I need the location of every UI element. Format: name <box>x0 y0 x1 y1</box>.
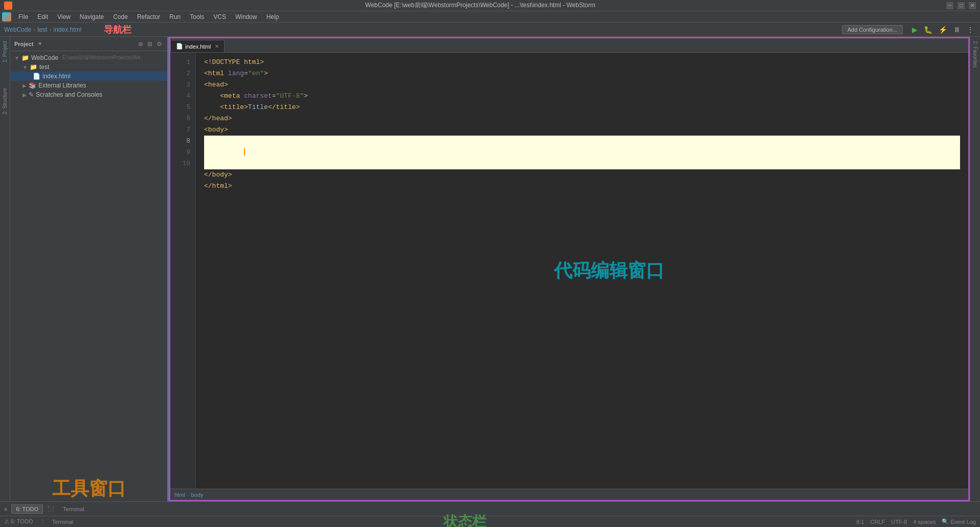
project-dropdown-icon[interactable]: ▼ <box>37 41 42 47</box>
breadcrumb-arrow: › <box>187 492 189 498</box>
status-separator-1 <box>42 518 43 525</box>
menu-run[interactable]: Run <box>165 12 185 21</box>
editor-tab-index-html[interactable]: 📄 index.html ✕ <box>170 40 225 52</box>
sidebar-item-project[interactable]: 1: Project <box>1 39 9 64</box>
line-num-5: 5 <box>170 102 195 113</box>
bottom-tab-todo[interactable]: 6: TODO <box>11 504 43 514</box>
code-tag-head-close: > <box>224 79 228 91</box>
code-tag-body-open: < <box>204 124 208 136</box>
breadcrumb-sep-2: › <box>50 26 52 33</box>
code-eq-4: = <box>272 91 276 102</box>
title-bar-controls[interactable]: ─ □ ✕ <box>946 2 976 9</box>
breadcrumb-html[interactable]: html <box>174 492 185 498</box>
line-num-4: 4 <box>170 91 195 102</box>
status-item-todo[interactable]: ⚠ 6: TODO <box>4 518 33 525</box>
left-strip: 1: Project 2: Structure <box>0 37 10 501</box>
menu-view[interactable]: View <box>53 12 75 21</box>
code-tag-htmlclose-open: </ <box>204 181 212 192</box>
code-tagname-head: head <box>208 79 224 91</box>
status-indent-value: 4 spaces <box>913 519 936 525</box>
nav-bar-annotation: 导航栏 <box>104 24 131 36</box>
code-tagname-htmlclose: html <box>212 181 228 192</box>
code-tagname-title-close: title <box>276 102 296 113</box>
tree-arrow-ext-lib: ▶ <box>23 83 27 89</box>
library-icon: 📚 <box>29 82 36 89</box>
tree-item-webcode-root[interactable]: ▼ 📁 WebCode E:\web前端\WebstormProjects\We <box>10 53 167 62</box>
menu-refactor[interactable]: Refactor <box>133 12 164 21</box>
code-line-8[interactable] <box>204 136 960 169</box>
status-encoding[interactable]: UTF-8 <box>891 518 907 525</box>
code-tag-bodyclose-open: </ <box>204 169 212 181</box>
menu-window[interactable]: Window <box>231 12 261 21</box>
tree-label-test: test <box>39 63 49 71</box>
nav-bar: WebCode › test › index.html 导航栏 Add Conf… <box>0 23 980 37</box>
profile-button[interactable]: ⏸ <box>951 25 963 35</box>
tree-item-scratches[interactable]: ▶ ✎ Scratches and Consoles <box>10 90 167 99</box>
breadcrumb-index[interactable]: index.html <box>54 26 82 33</box>
html-file-icon: 📄 <box>33 73 40 80</box>
add-configuration-button[interactable]: Add Configuration... <box>842 25 903 34</box>
more-run-button[interactable]: ⋮ <box>965 25 976 35</box>
line-num-2: 2 <box>170 68 195 79</box>
status-line-ending[interactable]: CRLF <box>871 518 885 525</box>
main-layout: 1: Project 2: Structure Project ▼ ⊕ ⊞ ⚙ … <box>0 37 980 501</box>
status-event-log[interactable]: 🔍 Event Log <box>942 518 976 525</box>
menu-file[interactable]: File <box>14 12 32 21</box>
tab-close-button[interactable]: ✕ <box>215 43 219 49</box>
code-text-title: Title <box>248 102 268 113</box>
sidebar-item-structure[interactable]: 2: Structure <box>1 86 9 117</box>
tree-path-webcode: E:\web前端\WebstormProjects\We <box>62 54 140 61</box>
code-tag-title-open: < <box>220 102 224 113</box>
debug-button[interactable]: 🐛 <box>922 25 934 35</box>
tree-arrow-test: ▼ <box>23 64 28 70</box>
menu-navigate[interactable]: Navigate <box>76 12 108 21</box>
breadcrumb-webcode[interactable]: WebCode <box>4 26 31 33</box>
menu-tools[interactable]: Tools <box>186 12 208 21</box>
line-numbers: 1 2 3 4 5 6 7 8 9 10 <box>170 53 196 489</box>
line-num-9: 9 <box>170 147 195 158</box>
coverage-button[interactable]: ⚡ <box>937 25 949 35</box>
menu-edit[interactable]: Edit <box>33 12 52 21</box>
nav-bar-right: Add Configuration... ▶ 🐛 ⚡ ⏸ ⋮ <box>842 25 976 35</box>
code-tag-bodyclose-close: > <box>228 169 232 181</box>
menu-vcs[interactable]: VCS <box>209 12 230 21</box>
expand-all-button[interactable]: ⊞ <box>146 39 153 49</box>
line-num-1: 1 <box>170 57 195 68</box>
code-tagname-html: html <box>208 68 224 79</box>
status-bar: ⚠ 6: TODO Terminal 状态栏 8:1 CRLF UTF-8 4 … <box>0 516 980 527</box>
menu-help[interactable]: Help <box>262 12 283 21</box>
code-line-9: </body> <box>204 169 960 181</box>
status-position[interactable]: 8:1 <box>856 518 864 525</box>
status-item-terminal[interactable]: Terminal <box>52 519 74 525</box>
tree-item-external-libraries[interactable]: ▶ 📚 External Libraries <box>10 81 167 90</box>
code-tag-title-endclose: > <box>296 102 300 113</box>
breadcrumb-test[interactable]: test <box>37 26 47 33</box>
tree-label-webcode: WebCode <box>31 54 58 61</box>
code-tag-headclose-close: > <box>228 113 232 124</box>
menu-code[interactable]: Code <box>109 12 132 21</box>
status-event-log-icon: 🔍 <box>942 518 949 525</box>
code-indent-5 <box>204 102 220 113</box>
minimize-button[interactable]: ─ <box>946 2 953 9</box>
tree-item-test-folder[interactable]: ▼ 📁 test <box>10 62 167 72</box>
project-settings-button[interactable]: ⚙ <box>155 39 163 49</box>
run-button[interactable]: ▶ <box>910 25 920 35</box>
bottom-tab-todo-label: 6: TODO <box>16 506 38 512</box>
code-line-7: <body> <box>204 124 960 136</box>
editor-tab-bar: 📄 index.html ✕ <box>170 38 968 53</box>
project-panel: Project ▼ ⊕ ⊞ ⚙ ▼ 📁 WebCode E:\web前端\Web… <box>10 37 169 501</box>
status-indent[interactable]: 4 spaces <box>913 518 936 525</box>
status-bar-annotation: 状态栏 <box>443 514 486 528</box>
editor-breadcrumb: html › body <box>170 489 968 500</box>
sidebar-item-favorites[interactable]: 2: Favorites <box>971 39 979 70</box>
tree-item-index-html[interactable]: 📄 index.html <box>10 72 167 81</box>
breadcrumb-body[interactable]: body <box>191 492 203 498</box>
code-editor[interactable]: 1 2 3 4 5 6 7 8 9 10 <!DOCTYPE html> <ht… <box>170 53 968 489</box>
locate-file-button[interactable]: ⊕ <box>137 39 144 49</box>
code-tag-html-open: < <box>204 68 208 79</box>
code-editor-label: 代码编辑窗口 <box>554 258 664 283</box>
close-button[interactable]: ✕ <box>969 2 976 9</box>
maximize-button[interactable]: □ <box>957 2 965 9</box>
tool-window-label: 工具窗口 <box>10 476 167 501</box>
line-num-10: 10 <box>170 158 195 169</box>
